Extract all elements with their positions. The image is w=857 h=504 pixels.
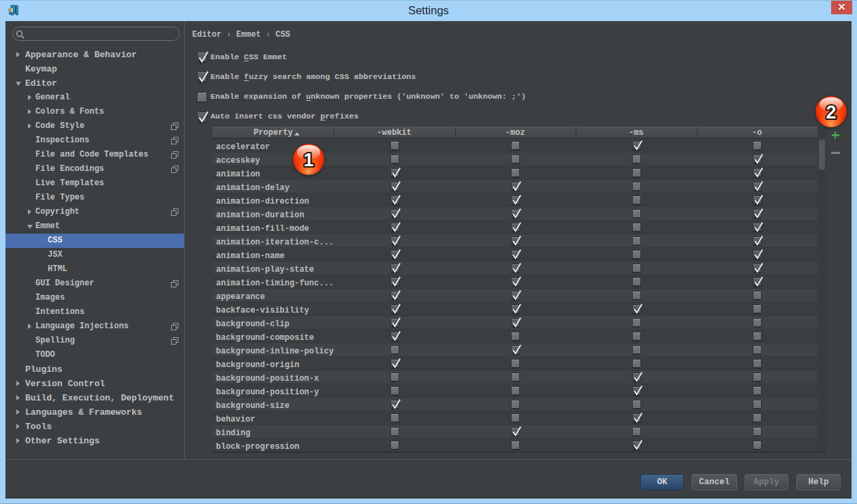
svg-text:2: 2 (826, 101, 836, 122)
svg-text:1: 1 (303, 150, 313, 170)
